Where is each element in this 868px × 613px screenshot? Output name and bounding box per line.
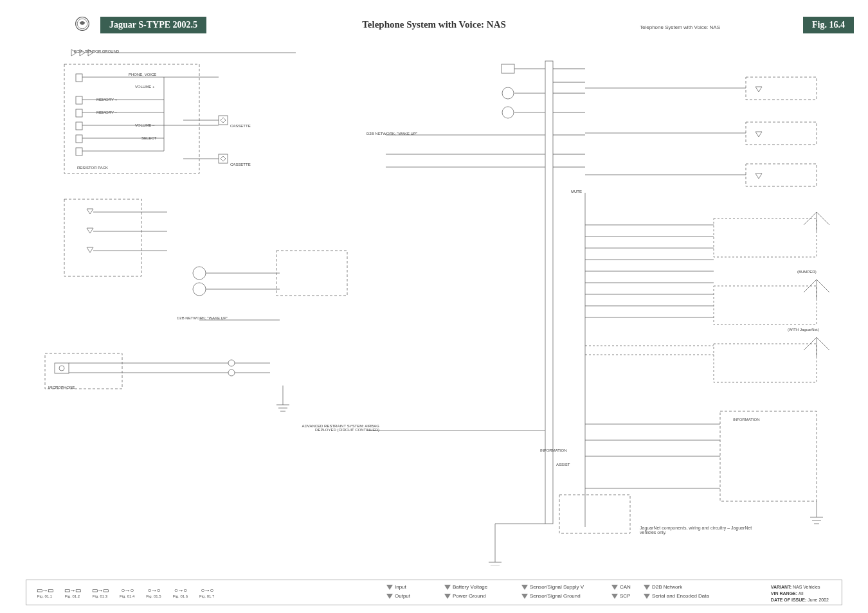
legend-sensor-supply: Sensor/Signal Supply V [530,584,584,590]
svg-rect-31 [45,353,122,389]
legend-sensor-ground: Sensor/Signal Ground [530,593,581,599]
svg-point-44 [502,107,514,118]
svg-rect-104 [559,495,630,533]
svg-rect-4 [76,74,82,82]
label-information2: INFORMATION [733,418,760,422]
label-advanced-restraint: ADVANCED RESTRAINT SYSTEM: AIRBAG DEPLOY… [289,424,379,432]
label-resistor-pack: RESISTOR PACK [77,166,108,170]
legend-output: Output [395,593,410,599]
legend-d2b: D2B Network [652,584,682,590]
label-information: INFORMATION [540,449,567,452]
svg-line-83 [817,280,829,292]
svg-rect-5 [76,96,82,104]
legend-battery: Battery Voltage [453,584,487,590]
fig-ref-3: ▭→▭Fig. 01.3 [92,587,108,598]
note-jaguarnet: JaguarNet components, wiring and circuit… [640,526,768,535]
svg-rect-81 [714,286,817,324]
svg-rect-8 [76,135,82,143]
legend-power-ground: Power Ground [453,593,486,599]
svg-rect-77 [714,218,817,257]
svg-rect-51 [545,61,553,524]
diagram-svg [26,39,842,565]
legend-scp: SCP [620,593,630,599]
svg-point-26 [193,267,206,280]
fig-ref-1: ▭→▭Fig. 01.1 [37,587,53,598]
svg-rect-89 [720,411,817,501]
svg-rect-3 [64,64,199,173]
svg-rect-32 [55,363,69,373]
label-with-jaguarnet: (WITH JaguarNet) [788,328,819,332]
label-volume-plus: VOLUME + [135,85,155,89]
legend-serial: Serial and Encoded Data [652,593,709,599]
svg-rect-25 [276,251,347,296]
label-select: SELECT [141,136,156,140]
label-memory-minus: MEMORY – [96,111,117,114]
svg-rect-21 [64,199,141,276]
svg-rect-85 [714,344,817,382]
page-subtitle: Telephone System with Voice: NAS [640,24,720,30]
legend-input: Input [395,584,406,590]
figure-badge: Fig. 16.4 [803,17,854,33]
fig-ref-5: ○→○Fig. 01.5 [146,587,161,598]
fig-ref-6: ○→○Fig. 01.6 [173,587,188,598]
fig-ref-4: ○→○Fig. 01.4 [120,587,134,598]
wiring-diagram: ECM: SENSOR GROUND PHONE, VOICE VOLUME +… [26,39,842,568]
label-ecm: ECM: SENSOR GROUND [74,49,119,53]
svg-point-43 [502,87,514,99]
svg-rect-7 [76,122,82,130]
svg-line-87 [817,337,829,350]
label-assist: ASSIST [556,463,570,466]
label-cassette1: CASSETTE [230,124,251,128]
svg-point-27 [193,283,206,296]
label-phone-voice: PHONE, VOICE [129,73,156,76]
fig-ref-7: ○→○Fig. 01.7 [199,587,214,598]
svg-point-36 [228,360,235,366]
label-volume-minus: VOLUME – [135,123,154,127]
fig-ref-2: ▭→▭Fig. 01.2 [64,587,80,598]
label-bumper: (BUMPER) [797,270,817,274]
svg-rect-42 [502,64,514,73]
svg-line-79 [817,212,829,225]
legend-can: CAN [620,584,631,590]
label-d2b-2: D2B NETWORK; "WAKE UP" [177,316,228,320]
meta-block: VARIANT: NAS Vehicles VIN RANGE: All DAT… [771,584,829,603]
label-d2b-1: D2B NETWORK; "WAKE UP" [366,132,417,136]
label-microphone: MICROPHONE [48,386,75,389]
label-cassette2: CASSETTE [230,163,251,166]
svg-rect-9 [76,148,82,155]
svg-point-37 [228,369,235,376]
label-memory-plus: MEMORY + [96,98,117,102]
footer-legend: ▭→▭Fig. 01.1 ▭→▭Fig. 01.2 ▭→▭Fig. 01.3 ○… [26,580,842,605]
label-mute: MUTE [571,190,582,193]
page-title: Telephone System with Voice: NAS [0,19,868,30]
svg-point-33 [59,366,64,371]
svg-rect-6 [76,109,82,117]
